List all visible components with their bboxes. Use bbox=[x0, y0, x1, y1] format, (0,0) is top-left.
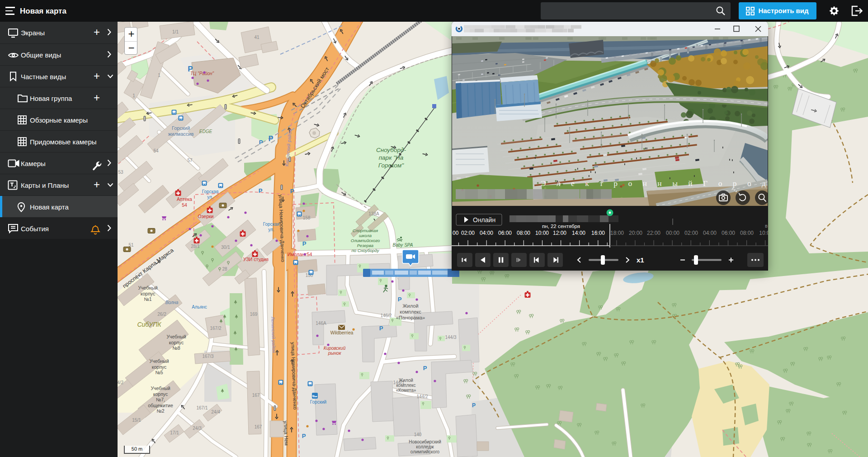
svg-text:08:00: 08:00 bbox=[740, 230, 754, 236]
svg-text:P: P bbox=[302, 433, 306, 439]
svg-text:24/3: 24/3 bbox=[193, 426, 202, 431]
svg-text:54: 54 bbox=[153, 148, 159, 153]
svg-text:06:00: 06:00 bbox=[722, 230, 735, 236]
svg-text:146/2: 146/2 bbox=[380, 313, 392, 318]
svg-text:02:00: 02:00 bbox=[684, 230, 698, 236]
svg-text:корпус: корпус bbox=[152, 364, 166, 370]
svg-text:Горский: Горский bbox=[310, 400, 326, 405]
svg-text:144/3: 144/3 bbox=[445, 335, 456, 340]
svg-text:Спортивная: Спортивная bbox=[353, 228, 378, 233]
svg-text:1: 1 bbox=[158, 73, 160, 78]
svg-text:16:00: 16:00 bbox=[591, 230, 605, 236]
svg-text:167/1: 167/1 bbox=[196, 405, 208, 410]
svg-text:144/2: 144/2 bbox=[416, 394, 428, 399]
svg-text:18:00: 18:00 bbox=[610, 230, 624, 236]
svg-text:колледж: колледж bbox=[416, 444, 434, 449]
svg-text:№5: №5 bbox=[155, 370, 163, 375]
svg-text:УЗИ студия: УЗИ студия bbox=[243, 257, 269, 262]
svg-text:Учебный: Учебный bbox=[166, 334, 186, 339]
svg-text:138А: 138А bbox=[368, 211, 379, 216]
svg-text:олимпийского: олимпийского bbox=[410, 449, 440, 454]
svg-text:Новосибирский: Новосибирский bbox=[409, 439, 441, 444]
svg-text:28/1: 28/1 bbox=[191, 244, 200, 249]
svg-text:Горском": Горском" bbox=[378, 162, 404, 169]
svg-text:по Сноуборду: по Сноуборду bbox=[352, 248, 380, 253]
svg-text:41: 41 bbox=[254, 35, 259, 40]
svg-text:167: 167 bbox=[252, 393, 260, 398]
svg-text:06:00: 06:00 bbox=[498, 230, 512, 236]
svg-text:04:00: 04:00 bbox=[480, 230, 493, 236]
svg-text:x1: x1 bbox=[637, 256, 644, 264]
svg-text:Кировский: Кировский bbox=[324, 346, 346, 351]
svg-text:пн, 22 сентября: пн, 22 сентября bbox=[542, 224, 580, 229]
svg-text:1: 1 bbox=[132, 93, 135, 98]
svg-text:EDGE: EDGE bbox=[199, 129, 212, 134]
svg-text:22:00: 22:00 bbox=[647, 230, 660, 236]
svg-text:Wildberriea: Wildberriea bbox=[330, 330, 354, 335]
svg-text:158: 158 bbox=[303, 215, 311, 220]
svg-text:08:00: 08:00 bbox=[517, 230, 530, 236]
svg-text:167: 167 bbox=[255, 424, 262, 429]
svg-text:53: 53 bbox=[118, 170, 123, 175]
svg-text:Baby SPA: Baby SPA bbox=[393, 243, 413, 248]
svg-text:парк "На: парк "На bbox=[379, 154, 404, 161]
svg-text:ул.: ул. bbox=[268, 227, 274, 232]
svg-text:комплекс: комплекс bbox=[400, 309, 421, 314]
svg-text:P: P bbox=[472, 402, 476, 409]
svg-text:4/2: 4/2 bbox=[118, 380, 123, 385]
svg-text:10:0: 10:0 bbox=[759, 230, 768, 236]
svg-text:00: 00 bbox=[453, 230, 459, 236]
svg-text:Аптека: Аптека bbox=[177, 196, 192, 202]
svg-text:P: P bbox=[259, 139, 263, 146]
svg-text:Горский: Горский bbox=[172, 125, 190, 131]
svg-text:«Панорама»: «Панорама» bbox=[396, 315, 425, 320]
svg-text:P: P bbox=[269, 135, 274, 143]
svg-text:Озерки: Озерки bbox=[198, 214, 213, 219]
svg-text:169: 169 bbox=[250, 312, 258, 317]
svg-text:04:00: 04:00 bbox=[703, 230, 717, 236]
svg-text:10:00: 10:00 bbox=[535, 230, 549, 236]
svg-text:P: P bbox=[379, 325, 383, 332]
svg-text:Альянс: Альянс bbox=[192, 305, 207, 309]
svg-text:Онлайн: Онлайн bbox=[473, 216, 495, 224]
svg-text:№2: №2 bbox=[156, 408, 164, 414]
svg-text:24/4: 24/4 bbox=[211, 409, 220, 414]
svg-text:167/3: 167/3 bbox=[202, 354, 213, 359]
svg-text:Олимпийского: Олимпийского bbox=[351, 238, 380, 243]
svg-text:№1: №1 bbox=[144, 296, 151, 302]
svg-text:17/1: 17/1 bbox=[170, 430, 179, 435]
svg-text:P: P bbox=[302, 240, 307, 247]
svg-text:общежитие: общежитие bbox=[148, 403, 173, 408]
svg-text:Волна: Волна bbox=[165, 300, 179, 305]
svg-text:ТЦ "Район": ТЦ "Район" bbox=[190, 71, 214, 76]
svg-text:P: P bbox=[188, 65, 193, 73]
svg-text:«Комета»: «Комета» bbox=[396, 388, 416, 393]
svg-text:Учебный: Учебный bbox=[149, 358, 169, 364]
svg-text:Учебный: Учебный bbox=[138, 285, 157, 290]
svg-text:комплекс: комплекс bbox=[396, 383, 415, 388]
svg-text:жилмассив: жилмассив bbox=[168, 131, 194, 137]
svg-text:15/1: 15/1 bbox=[132, 418, 141, 423]
svg-text:СибУПК: СибУПК bbox=[137, 321, 161, 328]
svg-text:Горская: Горская bbox=[202, 189, 218, 194]
svg-text:Учебный: Учебный bbox=[151, 386, 170, 391]
svg-text:14:00: 14:00 bbox=[572, 230, 585, 236]
svg-text:рынок: рынок bbox=[328, 351, 342, 356]
svg-text:140: 140 bbox=[414, 432, 422, 437]
svg-text:167/2: 167/2 bbox=[210, 326, 221, 331]
svg-text:54: 54 bbox=[182, 202, 187, 208]
svg-text:Имплант54: Имплант54 bbox=[288, 252, 312, 257]
svg-text:корпус: корпус bbox=[153, 391, 168, 397]
svg-text:00:00: 00:00 bbox=[666, 230, 679, 236]
svg-text:P: P bbox=[290, 188, 294, 195]
svg-text:28: 28 bbox=[222, 267, 227, 271]
svg-text:P: P bbox=[259, 187, 263, 194]
svg-text:12:00: 12:00 bbox=[553, 230, 566, 236]
svg-text:Жилой: Жилой bbox=[402, 303, 418, 309]
svg-text:в: в bbox=[765, 223, 768, 228]
svg-text:P: P bbox=[398, 296, 402, 303]
svg-text:№7,: №7, bbox=[156, 397, 165, 402]
svg-text:школа: школа bbox=[359, 233, 372, 238]
svg-text:№8: №8 bbox=[172, 345, 180, 351]
svg-text:20:00: 20:00 bbox=[629, 230, 642, 236]
